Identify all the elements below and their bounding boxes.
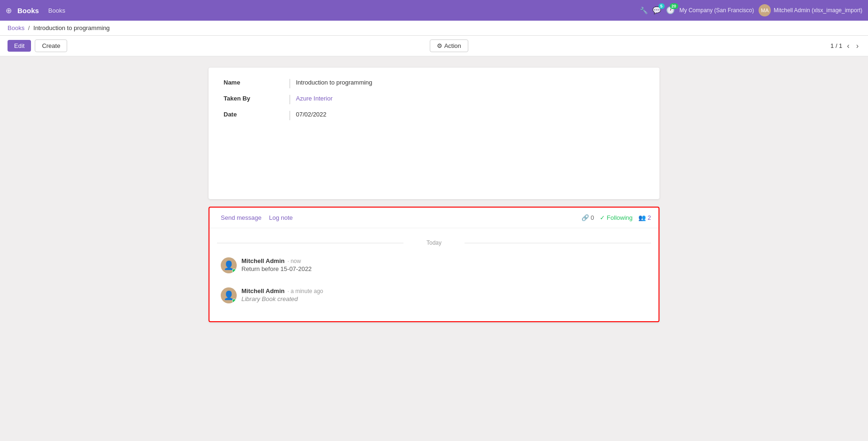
record-card: Name Introduction to programming Taken B…	[209, 68, 659, 199]
date-divider: Today	[217, 240, 651, 246]
create-button[interactable]: Create	[35, 39, 67, 52]
paperclip-icon: 🔗	[581, 214, 589, 221]
avatar-2: 👤	[221, 287, 237, 303]
message-time-1: · now	[287, 258, 301, 264]
log-note-button[interactable]: Log note	[265, 212, 297, 223]
field-value-name: Introduction to programming	[289, 79, 372, 88]
clock-icon-btn[interactable]: 🕐 20	[666, 6, 675, 15]
send-message-button[interactable]: Send message	[217, 212, 265, 223]
message-text-2: Library Book created	[241, 295, 647, 302]
pager-prev[interactable]: ‹	[845, 41, 851, 51]
message-header-2: Mitchell Admin · a minute ago	[241, 287, 647, 294]
chat-icon-btn[interactable]: 💬 5	[652, 6, 661, 15]
field-label-taken-by: Taken By	[224, 95, 289, 102]
avatar-1: 👤	[221, 257, 237, 273]
pager-text: 1 / 1	[830, 42, 842, 49]
user-avatar: MA	[759, 4, 771, 16]
grid-icon[interactable]: ⊕	[6, 6, 12, 15]
field-row-name: Name Introduction to programming	[224, 79, 644, 88]
navbar-right: 🔧 💬 5 🕐 20 My Company (San Francisco) MA…	[640, 4, 862, 16]
pager: 1 / 1 ‹ ›	[830, 41, 860, 51]
field-value-taken-by[interactable]: Azure Interior	[289, 95, 333, 104]
pager-next[interactable]: ›	[854, 41, 860, 51]
attachments-button[interactable]: 🔗 0	[581, 214, 594, 221]
following-button[interactable]: ✓ Following	[600, 214, 633, 221]
check-icon: ✓	[600, 214, 605, 221]
chatter-card: Send message Log note 🔗 0 ✓ Following 👥 …	[209, 207, 659, 322]
settings-icon[interactable]: 🔧	[640, 7, 648, 14]
chatter-body: Today 👤 Mitchell Admin · now Return befo…	[209, 228, 659, 321]
gear-icon: ⚙	[437, 42, 442, 49]
action-button[interactable]: ⚙ Action	[430, 39, 468, 52]
top-navbar: ⊕ Books Books 🔧 💬 5 🕐 20 My Company (San…	[0, 0, 868, 21]
people-icon: 👥	[638, 214, 646, 221]
online-indicator-2	[232, 299, 236, 303]
message-time-2: · a minute ago	[287, 288, 323, 294]
field-label-date: Date	[224, 111, 289, 118]
user-name: Mitchell Admin (xlsx_image_import)	[774, 7, 862, 14]
chat-badge: 5	[659, 3, 665, 9]
message-item: 👤 Mitchell Admin · now Return before 15-…	[217, 254, 651, 277]
breadcrumb-current: Introduction to programming	[33, 24, 110, 31]
message-content-2: Mitchell Admin · a minute ago Library Bo…	[241, 287, 647, 302]
field-label-name: Name	[224, 79, 289, 86]
clock-badge: 20	[670, 3, 678, 9]
chatter-actions-right: 🔗 0 ✓ Following 👥 2	[581, 214, 651, 221]
main-content: Name Introduction to programming Taken B…	[0, 56, 868, 439]
message-author-2: Mitchell Admin	[241, 287, 285, 294]
app-name[interactable]: Books	[17, 7, 39, 15]
toolbar: Edit Create ⚙ Action 1 / 1 ‹ ›	[0, 36, 868, 56]
navbar-menu-books[interactable]: Books	[45, 5, 69, 16]
online-indicator	[232, 269, 236, 273]
message-header-1: Mitchell Admin · now	[241, 257, 647, 264]
message-item-2: 👤 Mitchell Admin · a minute ago Library …	[217, 284, 651, 307]
attachments-count: 0	[591, 214, 594, 221]
company-name[interactable]: My Company (San Francisco)	[680, 7, 754, 14]
breadcrumb-parent[interactable]: Books	[8, 24, 24, 31]
field-value-date: 07/02/2022	[289, 111, 326, 120]
breadcrumb-separator: /	[28, 24, 30, 31]
message-content-1: Mitchell Admin · now Return before 15-07…	[241, 257, 647, 272]
field-row-taken-by: Taken By Azure Interior	[224, 95, 644, 104]
chatter-toolbar: Send message Log note 🔗 0 ✓ Following 👥 …	[209, 208, 659, 228]
message-text-1: Return before 15-07-2022	[241, 265, 647, 272]
field-row-date: Date 07/02/2022	[224, 111, 644, 120]
message-author-1: Mitchell Admin	[241, 257, 285, 264]
edit-button[interactable]: Edit	[8, 40, 31, 52]
user-menu[interactable]: MA Mitchell Admin (xlsx_image_import)	[759, 4, 862, 16]
breadcrumb: Books / Introduction to programming	[0, 21, 868, 36]
followers-button[interactable]: 👥 2	[638, 214, 651, 221]
